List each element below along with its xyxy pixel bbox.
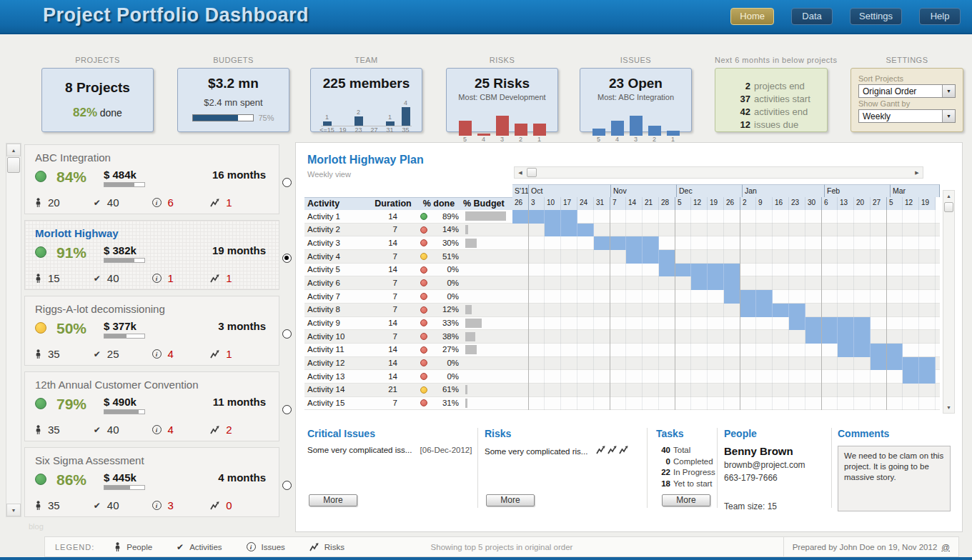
project-card[interactable]: 12th Annual Customer Convention79%$ 490k…: [24, 371, 279, 441]
people-count: 35: [48, 499, 60, 511]
risks-more-button[interactable]: More: [486, 494, 535, 506]
gantt-cell: [643, 236, 659, 250]
gantt-cell: [708, 370, 724, 384]
project-radio[interactable]: [282, 481, 292, 490]
person-phone: 663-179-7666: [724, 473, 830, 483]
project-radio[interactable]: [282, 254, 292, 263]
gantt-cell: [919, 357, 936, 371]
project-duration: 4 months: [182, 471, 269, 484]
person-icon: [35, 501, 41, 510]
project-card[interactable]: Six Sigma Assessment86%$ 445k4 months35✔…: [24, 447, 279, 517]
nav-settings-button[interactable]: Settings: [850, 8, 902, 25]
chevron-down-icon[interactable]: ▼: [942, 110, 955, 122]
status-dot: [420, 399, 427, 406]
nav-home-button[interactable]: Home: [730, 8, 774, 25]
project-list-scrollbar[interactable]: ▲ ▼: [6, 143, 21, 517]
kpi-team: TEAM 225 members 1214<=151923273135: [310, 56, 422, 132]
kpi-settings-label: SETTINGS: [850, 56, 963, 64]
gantt-cell: [821, 290, 838, 304]
gantt-cell: [577, 210, 594, 224]
gantt-cell: [805, 250, 822, 264]
gantt-cell: [691, 250, 708, 264]
gantt-vertical-scrollbar[interactable]: ▲ ▼: [943, 190, 955, 414]
at-link[interactable]: @: [941, 543, 950, 551]
gantt-cell: [659, 236, 675, 250]
scroll-down-icon[interactable]: ▼: [943, 402, 954, 413]
gantt-cell: [724, 317, 740, 331]
gantt-cell: [854, 370, 871, 384]
risk-icon: [210, 274, 219, 283]
gantt-cell: [626, 370, 643, 384]
project-title: Morlott Highway: [35, 227, 269, 239]
nav-data-button[interactable]: Data: [791, 8, 833, 25]
activity-duration: 14: [372, 210, 415, 223]
issues-count: 6: [168, 196, 174, 209]
gantt-horizontal-scrollbar[interactable]: ◀ ▶: [514, 166, 923, 179]
nav-help-button[interactable]: Help: [919, 8, 961, 25]
gantt-cell: [854, 224, 871, 237]
scroll-down-icon[interactable]: ▼: [6, 504, 21, 516]
gantt-cell: [577, 264, 594, 277]
scrollbar-thumb[interactable]: [527, 168, 537, 177]
sort-projects-select[interactable]: Original Order ▼: [858, 84, 956, 98]
gantt-cell: [610, 357, 626, 371]
activity-done-pct: 12%: [433, 304, 463, 316]
gantt-cell: [773, 236, 789, 250]
project-card[interactable]: Morlott Highway91%$ 382k19 months15✔40i1…: [24, 220, 279, 290]
bar-category-label: <=15: [319, 126, 335, 134]
gantt-cell: [886, 210, 903, 224]
gantt-cell: [512, 397, 529, 411]
comment-text[interactable]: We need to be clam on this project. It i…: [838, 446, 951, 511]
gantt-month-cell: S'11: [512, 184, 529, 197]
critical-issues-more-button[interactable]: More: [309, 494, 357, 506]
project-radio[interactable]: [282, 405, 292, 414]
activity-budget-bar: [465, 305, 510, 314]
gantt-cell: [512, 290, 529, 304]
scroll-up-icon[interactable]: ▲: [943, 191, 954, 201]
project-radio[interactable]: [282, 329, 292, 339]
gantt-cell: [626, 397, 643, 411]
status-dot: [420, 279, 427, 286]
upcoming-item: 42activities end: [724, 106, 818, 119]
project-card[interactable]: Riggs-A-lot decomissioning50%$ 377k3 mon…: [24, 296, 279, 366]
status-dot: [420, 306, 427, 314]
project-list: ABC Integration84%$ 484k16 months20✔40i6…: [24, 144, 279, 523]
gantt-cell: [626, 317, 643, 331]
gantt-cell: [643, 317, 659, 331]
tasks-more-button[interactable]: More: [662, 494, 710, 506]
activity-budget-bar: [465, 265, 510, 274]
gantt-cell: [643, 276, 659, 290]
project-card[interactable]: ABC Integration84%$ 484k16 months20✔40i6…: [24, 144, 279, 214]
scroll-left-icon[interactable]: ◀: [515, 167, 526, 178]
gantt-cell: [708, 397, 724, 411]
col-done: % done: [415, 198, 463, 210]
activity-duration: 7: [372, 276, 415, 289]
activity-done-pct: 0%: [433, 357, 463, 370]
gantt-cell: [871, 357, 887, 371]
scrollbar-thumb[interactable]: [944, 202, 953, 212]
gantt-cell: [577, 304, 594, 317]
scroll-right-icon[interactable]: ▶: [911, 167, 923, 178]
risks-count: 1: [226, 348, 232, 360]
gantt-cell: [724, 236, 740, 250]
show-gantt-select[interactable]: Weekly ▼: [858, 109, 956, 123]
gantt-cell: [838, 236, 854, 250]
gantt-cell: [659, 384, 675, 397]
gantt-cell: [919, 264, 936, 277]
legend-items: People✔ActivitiesiIssuesRisks: [114, 542, 344, 552]
gantt-cell: [756, 384, 773, 397]
scrollbar-thumb[interactable]: [7, 157, 20, 173]
gantt-cell: [838, 304, 854, 317]
gantt-cell: [675, 210, 691, 224]
gantt-cell: [594, 384, 610, 397]
gantt-cell: [528, 330, 545, 344]
gantt-cell: [821, 304, 838, 317]
scroll-up-icon[interactable]: ▲: [6, 144, 21, 156]
gantt-cell: [805, 276, 822, 290]
chevron-down-icon[interactable]: ▼: [942, 85, 955, 97]
project-radio[interactable]: [282, 178, 292, 187]
gantt-cell: [708, 250, 724, 264]
gantt-cell: [919, 210, 936, 224]
gantt-cell: [756, 370, 773, 384]
kpi-projects-card: 8 Projects 82% done: [41, 68, 154, 132]
